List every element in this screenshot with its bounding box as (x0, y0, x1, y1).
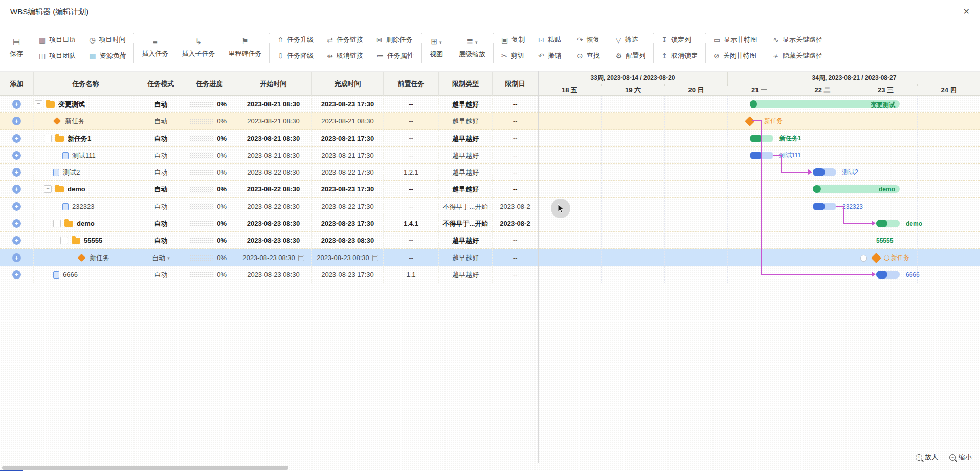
horizontal-scrollbar[interactable] (2, 466, 288, 470)
gantt-bar-task[interactable] (876, 271, 900, 279)
gantt-bar-summary[interactable]: 变更测试 (750, 100, 900, 108)
project-team-button[interactable]: ◫项目团队 (39, 51, 76, 60)
bar-cap (750, 100, 757, 108)
task-downgrade-button[interactable]: ⇩任务降级 (277, 51, 314, 60)
table-row[interactable]: + −新任务1 自动 0% 2023-08-21 08:30 2023-08-2… (0, 130, 538, 147)
find-button[interactable]: ⊙查找 (577, 51, 600, 60)
add-cell: + (0, 181, 34, 198)
folder-icon (46, 101, 55, 108)
zoom-out-button[interactable]: −缩小 (949, 453, 972, 462)
table-row[interactable]: + −demo 自动 0% 2023-08-23 08:30 2023-08-2… (0, 215, 538, 232)
add-task-button[interactable]: + (12, 270, 21, 279)
gantt-bar-task[interactable] (813, 168, 836, 176)
insert-task-button[interactable]: ≡ 插入任务 (135, 37, 175, 58)
add-task-button[interactable]: + (12, 253, 21, 262)
task-link-button[interactable]: ⇄任务链接 (327, 35, 363, 45)
zoom-in-button[interactable]: +放大 (916, 453, 938, 462)
insert-subtask-icon: ↳ (195, 37, 202, 45)
chevron-down-icon: ▾ (439, 40, 442, 45)
collapse-toggle[interactable]: − (53, 220, 61, 227)
end-date-picker[interactable]: 2023-08-23 08:30 (312, 249, 384, 266)
hide-critical-path-button[interactable]: ≁隐藏关键路径 (773, 51, 822, 60)
resource-load-button[interactable]: ▥资源负荷 (89, 51, 126, 60)
close-gantt-button[interactable]: ⊘关闭甘特图 (714, 51, 757, 60)
header-start: 开始时间 (235, 72, 312, 96)
add-task-button[interactable]: + (12, 100, 21, 109)
bar-label: 测试2 (842, 164, 858, 181)
table-row[interactable]: + −demo 自动 0% 2023-08-22 08:30 2023-08-2… (0, 181, 538, 198)
table-gantt-splitter[interactable] (538, 71, 539, 463)
cancel-link-button[interactable]: ⇹取消链接 (327, 51, 363, 60)
hierarchy-zoom-button[interactable]: ≣▾ 层级缩放 (452, 37, 492, 59)
table-row[interactable]: + 新任务 自动 0% 2023-08-21 08:30 2023-08-21 … (0, 113, 538, 130)
milestone-task-button[interactable]: ⚑ 里程碑任务 (221, 37, 268, 58)
copy-button[interactable]: ▣复制 (501, 35, 525, 45)
table-row[interactable]: + −变更测试 自动 0% 2023-08-21 08:30 2023-08-2… (0, 96, 538, 113)
add-task-button[interactable]: + (12, 219, 21, 228)
start-date-picker[interactable]: 2023-08-23 08:30 (235, 249, 312, 266)
paste-button[interactable]: ⊡粘贴 (538, 35, 561, 45)
table-row[interactable]: + −55555 自动 0% 2023-08-23 08:30 2023-08-… (0, 232, 538, 249)
table-row[interactable]: + 232323 自动 0% 2023-08-22 08:30 2023-08-… (0, 198, 538, 215)
copy-icon: ▣ (501, 36, 508, 44)
table-row[interactable]: + 测试111 自动 0% 2023-08-21 08:30 2023-08-2… (0, 147, 538, 164)
milestone-handle[interactable] (860, 255, 867, 262)
add-cell: + (0, 249, 34, 266)
gantt-bar-task[interactable] (813, 203, 836, 210)
collapse-toggle[interactable]: − (60, 237, 68, 244)
gantt-bar-summary[interactable] (876, 220, 900, 227)
add-task-button[interactable]: + (12, 168, 21, 177)
gantt-bar-summary[interactable]: demo (813, 185, 900, 193)
cut-button[interactable]: ✂剪切 (501, 51, 525, 60)
cdate-cell: 2023-08-2 (493, 198, 538, 215)
add-task-button[interactable]: + (12, 117, 21, 125)
ctype-cell: 越早越好 (439, 232, 493, 249)
folder-icon (64, 221, 73, 227)
team-icon: ◫ (39, 52, 46, 59)
show-gantt-button[interactable]: ▭显示甘特图 (714, 35, 757, 45)
calendar-picker-icon[interactable] (372, 255, 378, 261)
view-button[interactable]: ⊞▾ 视图 (423, 37, 450, 59)
table-row[interactable]: + 测试2 自动 0% 2023-08-22 08:30 2023-08-22 … (0, 164, 538, 181)
gantt-bar-summary[interactable] (750, 135, 773, 142)
header-cdate: 限制日 (493, 72, 538, 96)
clock-icon: ◷ (89, 36, 95, 44)
connector-line (781, 172, 809, 173)
collapse-toggle[interactable]: − (35, 100, 42, 108)
add-cell: + (0, 198, 34, 215)
project-time-button[interactable]: ◷项目时间 (89, 35, 126, 45)
unlock-column-button[interactable]: ↥取消锁定 (661, 51, 698, 60)
day-gridline (791, 96, 791, 283)
collapse-toggle[interactable]: − (44, 135, 52, 142)
pred-cell: 1.4.1 (384, 215, 439, 232)
insert-subtask-button[interactable]: ↳ 插入子任务 (175, 37, 221, 58)
add-task-button[interactable]: + (12, 185, 21, 194)
add-task-button[interactable]: + (12, 236, 21, 245)
close-icon[interactable]: ✕ (963, 8, 970, 16)
add-task-button[interactable]: + (12, 151, 21, 160)
table-row-selected[interactable]: + 新任务 自动▾ 0% 2023-08-23 08:30 2023-08-23… (0, 249, 538, 266)
calendar-picker-icon[interactable] (298, 255, 304, 261)
collapse-toggle[interactable]: − (44, 185, 52, 193)
name-cell: 6666 (34, 266, 138, 283)
add-task-button[interactable]: + (12, 134, 21, 143)
save-button[interactable]: ▤ 保存 (3, 37, 30, 58)
redo-button[interactable]: ↷恢复 (577, 35, 600, 45)
task-attrs-button[interactable]: ≔任务属性 (376, 51, 414, 60)
add-task-button[interactable]: + (12, 202, 21, 211)
day-gridline (727, 96, 728, 283)
delete-task-button[interactable]: ⊠删除任务 (376, 35, 414, 45)
bar-label: 新任务 (764, 113, 783, 130)
show-critical-path-button[interactable]: ∿显示关键路径 (773, 35, 822, 45)
lock-column-button[interactable]: ↧锁定列 (661, 35, 698, 45)
gantt-bar-task[interactable] (750, 152, 773, 159)
table-row[interactable]: + 6666 自动 0% 2023-08-23 08:30 2023-08-23… (0, 266, 538, 283)
task-upgrade-button[interactable]: ⇧任务升级 (277, 35, 314, 45)
bar-cap (876, 220, 887, 227)
configure-columns-button[interactable]: ⚙配置列 (616, 51, 646, 60)
mode-select[interactable]: 自动▾ (138, 249, 184, 266)
undo-button[interactable]: ↶撤销 (538, 51, 561, 60)
project-calendar-button[interactable]: ▦项目日历 (39, 35, 76, 45)
filter-button[interactable]: ▽筛选 (616, 35, 646, 45)
add-cell: + (0, 113, 34, 130)
